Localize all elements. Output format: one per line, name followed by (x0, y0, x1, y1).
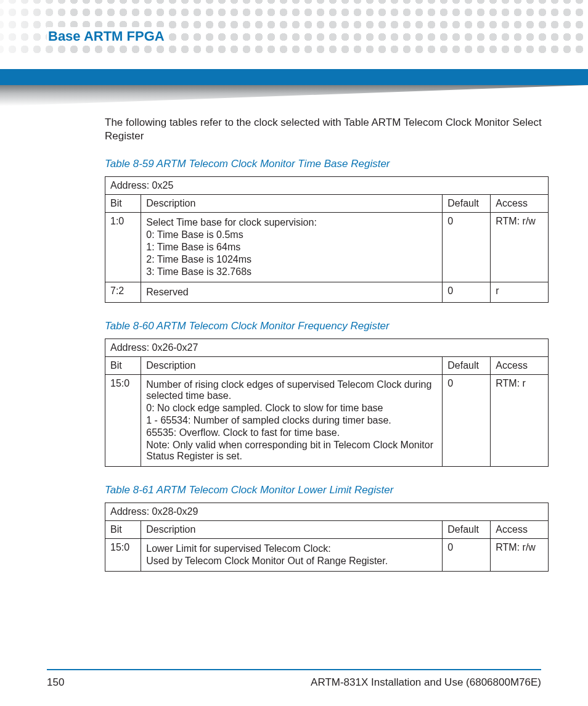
column-header-bit: Bit (105, 195, 141, 213)
desc-line: 2: Time Base is 1024ms (146, 254, 437, 265)
register-table: Address: 0x25BitDescriptionDefaultAccess… (105, 176, 549, 303)
desc-line: 65535: Overflow. Clock to fast for time … (146, 427, 437, 438)
desc-line: Select Time base for clock supervision: (146, 217, 437, 228)
column-header-bit: Bit (105, 521, 141, 539)
intro-paragraph: The following tables refer to the clock … (105, 116, 549, 143)
desc-line: Note: Only valid when corresponding bit … (146, 440, 437, 462)
table-caption: Table 8-60 ARTM Telecom Clock Monitor Fr… (105, 320, 549, 332)
table-row: 1:0Select Time base for clock supervisio… (105, 213, 549, 282)
table-row: 15:0Lower Limit for supervised Telecom C… (105, 539, 549, 572)
desc-line: 3: Time Base is 32.768s (146, 266, 437, 277)
page-title: Base ARTM FPGA (47, 27, 168, 46)
table-row: 15:0Number of rising clock edges of supe… (105, 375, 549, 467)
page-footer: 150 ARTM-831X Installation and Use (6806… (47, 676, 541, 689)
cell-access: r (491, 282, 549, 303)
column-header-def: Default (443, 195, 491, 213)
footer-rule (47, 669, 541, 670)
column-header-desc: Description (141, 521, 443, 539)
cell-default: 0 (443, 282, 491, 303)
table-address: Address: 0x25 (105, 177, 549, 195)
cell-default: 0 (443, 375, 491, 467)
header-blue-bar (0, 69, 588, 85)
cell-description: Number of rising clock edges of supervis… (141, 375, 443, 467)
desc-line: 0: Time Base is 0.5ms (146, 229, 437, 240)
desc-line: 1: Time Base is 64ms (146, 242, 437, 253)
page-number: 150 (47, 676, 64, 689)
cell-bit: 7:2 (105, 282, 141, 303)
cell-default: 0 (443, 539, 491, 572)
column-header-def: Default (443, 357, 491, 375)
column-header-bit: Bit (105, 357, 141, 375)
column-header-acc: Access (491, 195, 549, 213)
cell-bit: 1:0 (105, 213, 141, 282)
cell-description: Lower Limit for supervised Telecom Clock… (141, 539, 443, 572)
cell-bit: 15:0 (105, 539, 141, 572)
header-wedge (0, 85, 588, 106)
column-header-acc: Access (491, 357, 549, 375)
cell-access: RTM: r/w (491, 539, 549, 572)
doc-id: ARTM-831X Installation and Use (6806800M… (311, 676, 541, 689)
table-address: Address: 0x26-0x27 (105, 339, 549, 357)
content-area: The following tables refer to the clock … (105, 116, 549, 589)
desc-line: Number of rising clock edges of supervis… (146, 379, 437, 401)
desc-line: 0: No clock edge sampled. Clock to slow … (146, 403, 437, 414)
cell-default: 0 (443, 213, 491, 282)
column-header-desc: Description (141, 195, 443, 213)
cell-bit: 15:0 (105, 375, 141, 467)
column-header-def: Default (443, 521, 491, 539)
table-address: Address: 0x28-0x29 (105, 503, 549, 521)
column-header-desc: Description (141, 357, 443, 375)
register-table: Address: 0x28-0x29BitDescriptionDefaultA… (105, 503, 549, 572)
register-table: Address: 0x26-0x27BitDescriptionDefaultA… (105, 339, 549, 467)
desc-line: Lower Limit for supervised Telecom Clock… (146, 543, 437, 554)
cell-access: RTM: r (491, 375, 549, 467)
table-caption: Table 8-59 ARTM Telecom Clock Monitor Ti… (105, 158, 549, 170)
cell-description: Reserved (141, 282, 443, 303)
column-header-acc: Access (491, 521, 549, 539)
desc-line: 1 - 65534: Number of sampled clocks duri… (146, 415, 437, 426)
desc-line: Used by Telecom Clock Monitor Out of Ran… (146, 556, 437, 567)
table-caption: Table 8-61 ARTM Telecom Clock Monitor Lo… (105, 484, 549, 496)
cell-access: RTM: r/w (491, 213, 549, 282)
cell-description: Select Time base for clock supervision:0… (141, 213, 443, 282)
desc-line: Reserved (146, 287, 437, 298)
table-row: 7:2Reserved0r (105, 282, 549, 303)
